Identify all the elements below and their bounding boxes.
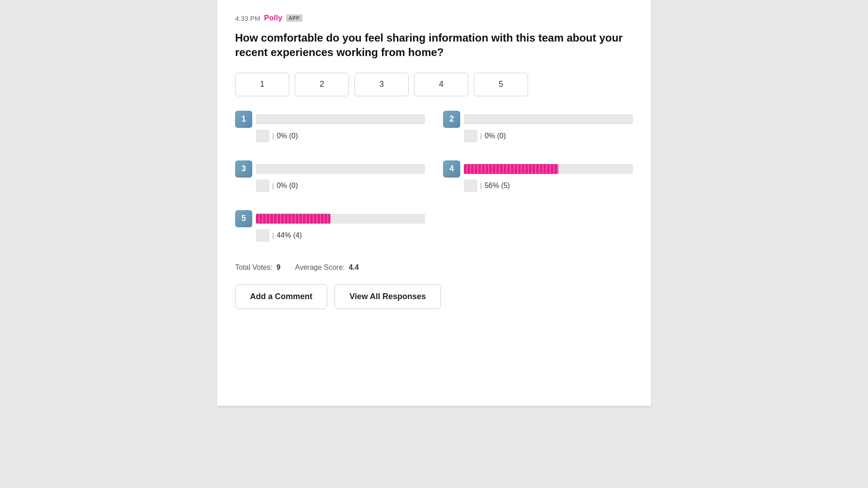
app-name: Polly	[264, 14, 283, 23]
stat-row-4: | 56% (5)	[443, 179, 633, 192]
stat-text-5: 44% (4)	[277, 231, 302, 239]
results-row-1: 1 | 0% (0) 2	[235, 111, 633, 151]
bar-track-1	[256, 114, 425, 124]
action-buttons: Add a Comment View All Responses	[235, 284, 633, 309]
stat-divider-1: |	[272, 132, 274, 140]
total-votes: Total Votes: 9	[235, 263, 281, 272]
result-item-3: 3 | 0% (0)	[235, 160, 443, 192]
stat-text-1: 0% (0)	[277, 132, 298, 140]
rating-btn-4[interactable]: 4	[414, 73, 468, 96]
timestamp: 4:33 PM	[235, 14, 260, 22]
label-badge-2: 2	[443, 111, 460, 128]
votes-value: 9	[277, 263, 281, 271]
rating-btn-5[interactable]: 5	[474, 73, 528, 96]
stat-text-4: 56% (5)	[485, 182, 510, 190]
average-score: Average Score: 4.4	[295, 263, 359, 272]
label-badge-5: 5	[235, 210, 252, 227]
bar-track-2	[464, 114, 633, 124]
stat-row-3: | 0% (0)	[235, 179, 425, 192]
label-badge-1: 1	[235, 111, 252, 128]
stat-box-4	[464, 179, 477, 192]
stat-box-1	[256, 130, 269, 142]
stat-box-3	[256, 179, 269, 192]
rating-btn-2[interactable]: 2	[295, 73, 349, 96]
score-label: Average Score:	[295, 263, 345, 271]
totals-row: Total Votes: 9 Average Score: 4.4	[235, 263, 633, 272]
add-comment-button[interactable]: Add a Comment	[235, 284, 327, 309]
results-row-2: 3 | 0% (0) 4	[235, 160, 633, 201]
stat-row-2: | 0% (0)	[443, 130, 633, 142]
label-badge-3: 3	[235, 160, 252, 178]
results-container: 1 | 0% (0) 2	[235, 111, 633, 251]
stat-divider-3: |	[272, 182, 274, 189]
bar-track-3	[256, 164, 425, 174]
stat-row-5: | 44% (4)	[235, 229, 425, 242]
result-item-1: 1 | 0% (0)	[235, 111, 443, 142]
bar-row-4: 4	[443, 160, 633, 178]
bar-row-5: 5	[235, 210, 425, 227]
poll-card: 4:33 PM Polly APP How comfortable do you…	[217, 0, 651, 407]
bar-fill-5	[256, 214, 330, 224]
stat-row-1: | 0% (0)	[235, 130, 425, 142]
votes-label: Total Votes:	[235, 263, 273, 271]
rating-btn-1[interactable]: 1	[235, 73, 289, 96]
bar-fill-4	[464, 164, 558, 174]
stat-text-2: 0% (0)	[485, 132, 506, 140]
bar-row-2: 2	[443, 111, 633, 128]
question-text: How comfortable do you feel sharing info…	[235, 31, 633, 60]
stat-divider-2: |	[480, 132, 482, 140]
stat-text-3: 0% (0)	[277, 182, 298, 190]
label-badge-4: 4	[443, 160, 460, 178]
page-wrapper: 4:33 PM Polly APP How comfortable do you…	[0, 0, 868, 488]
view-responses-button[interactable]: View All Responses	[335, 284, 441, 309]
result-item-2: 2 | 0% (0)	[443, 111, 633, 142]
stat-box-2	[464, 130, 477, 142]
rating-btn-3[interactable]: 3	[354, 73, 409, 96]
stat-divider-4: |	[480, 182, 482, 189]
result-item-5: 5 | 44% (4)	[235, 210, 443, 242]
stat-box-5	[256, 229, 269, 242]
stat-divider-5: |	[272, 231, 274, 239]
app-badge: APP	[286, 14, 302, 22]
bar-track-5	[256, 214, 425, 224]
results-row-3: 5 | 44% (4)	[235, 210, 633, 251]
bottom-divider	[217, 406, 651, 407]
result-empty-right	[443, 210, 633, 251]
bar-track-4	[464, 164, 633, 174]
result-item-4: 4 | 56% (5)	[443, 160, 633, 192]
rating-buttons: 1 2 3 4 5	[235, 73, 633, 96]
header-row: 4:33 PM Polly APP	[235, 14, 633, 23]
bar-row-1: 1	[235, 111, 425, 128]
bar-row-3: 3	[235, 160, 425, 178]
score-value: 4.4	[349, 263, 359, 271]
